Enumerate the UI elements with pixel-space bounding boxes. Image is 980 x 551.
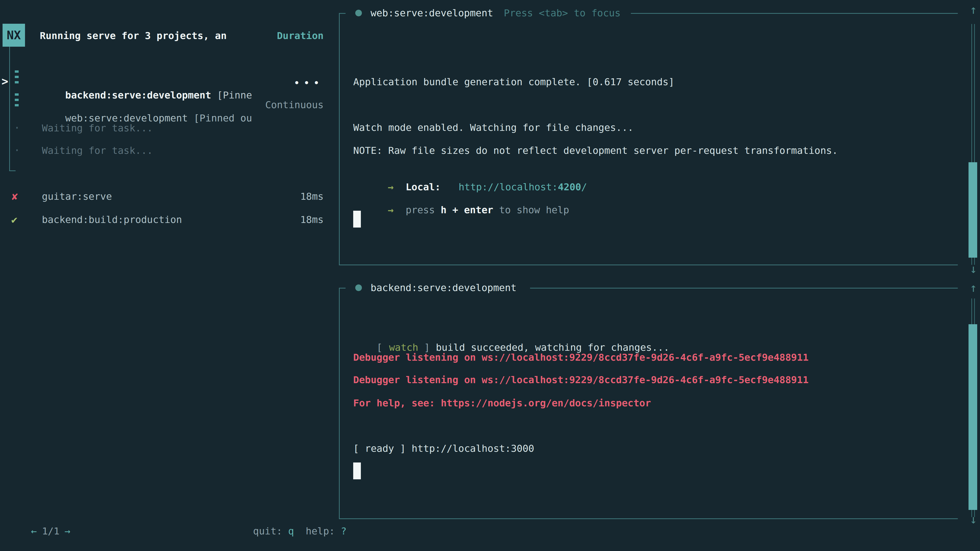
pane-border: [339, 265, 958, 265]
console-line-debugger-1: Debugger listening on ws://localhost:922…: [353, 351, 808, 364]
scroll-up-icon[interactable]: ↑: [968, 3, 979, 16]
pane-title: backend:serve:development: [371, 281, 517, 294]
nx-tui-screen: NX Running serve for 3 projects, an Dura…: [0, 0, 980, 551]
scrollbar-thumb[interactable]: [969, 162, 977, 258]
scroll-up-icon[interactable]: ↑: [968, 281, 979, 294]
console-line-watch-mode: Watch mode enabled. Watching for file ch…: [353, 121, 633, 134]
console-line-note: NOTE: Raw file sizes do not reflect deve…: [353, 144, 838, 157]
pane-status-dot-icon: [355, 10, 362, 16]
pane-border: [339, 13, 340, 265]
scroll-down-icon[interactable]: ↓: [968, 513, 979, 526]
console-line-debugger-2: Debugger listening on ws://localhost:922…: [353, 373, 808, 386]
pane-border: [631, 13, 958, 14]
task-spinner-dots: •••: [0, 76, 324, 89]
pane-border: [339, 288, 340, 519]
task-duration: 18ms: [0, 213, 324, 226]
console-line-inspector-help: For help, see: https://nodejs.org/en/doc…: [353, 396, 651, 410]
help-keys: h + enter: [441, 204, 493, 216]
console-line-help-hint: →pressh + enterto show help: [353, 190, 569, 230]
page-indicator: 1/1: [42, 526, 59, 537]
pane-title: web:serve:development: [371, 6, 493, 20]
terminal-cursor: [353, 211, 361, 227]
scrollbar-thumb[interactable]: [969, 324, 977, 510]
pane-focus-hint: Press <tab> to focus: [504, 6, 620, 20]
console-line-ready: [ ready ] http://localhost:3000: [353, 442, 534, 455]
help-pre: press: [406, 204, 434, 216]
help-post: to show help: [499, 204, 570, 216]
help-label: help:: [306, 526, 335, 537]
task-duration: 18ms: [0, 190, 324, 203]
pane-border: [339, 288, 345, 289]
quit-key: q: [288, 526, 294, 537]
pane-border: [339, 518, 958, 519]
pending-dot-icon: ·: [14, 121, 20, 135]
duration-column-header: Duration: [0, 29, 324, 42]
page-prev-arrow-icon[interactable]: ←: [31, 526, 37, 537]
page-next-arrow-icon[interactable]: →: [65, 526, 70, 537]
terminal-cursor: [353, 462, 361, 479]
pane-status-dot-icon: [355, 284, 362, 291]
quit-label: quit:: [253, 526, 282, 537]
keyboard-shortcuts: quit:qhelp:?: [230, 511, 347, 551]
pane-border: [530, 288, 958, 289]
task-row-waiting-1[interactable]: Waiting for task...: [42, 121, 153, 135]
help-key: ?: [341, 526, 347, 537]
pagination: ←1/1→: [8, 511, 70, 551]
console-line-bundle: Application bundle generation complete. …: [353, 75, 674, 89]
task-row-waiting-2[interactable]: Waiting for task...: [42, 144, 153, 157]
arrow-icon: →: [388, 204, 394, 216]
task-status-continuous: Continuous: [0, 98, 324, 111]
task-suffix: [Pinned ou: [188, 113, 252, 124]
pane-border: [339, 13, 345, 14]
pending-dot-icon: ·: [14, 144, 20, 157]
scroll-down-icon[interactable]: ↓: [968, 262, 979, 275]
